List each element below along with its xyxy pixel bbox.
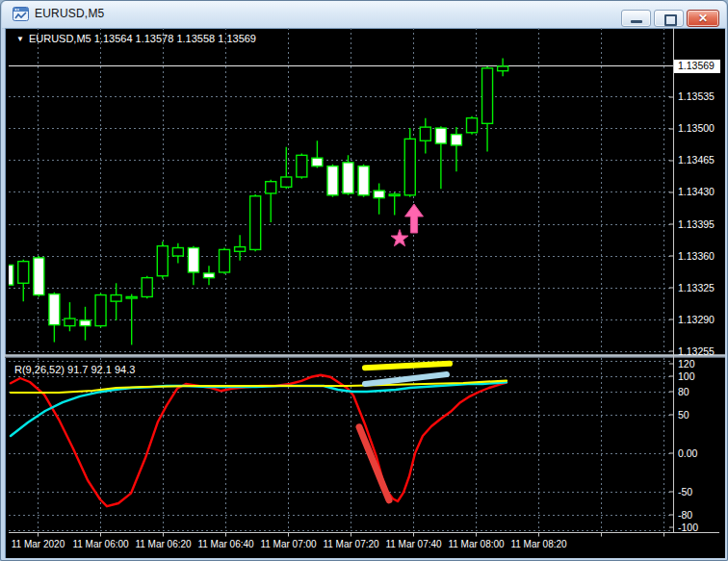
- star-icon: [391, 230, 408, 246]
- time-axis-label: 11 Mar 08:20: [510, 539, 567, 549]
- indicator-axis-label: 0.00: [678, 447, 698, 459]
- current-price-value: 1.13569: [678, 60, 715, 71]
- restore-icon: [664, 14, 677, 26]
- buy-arrow-icon: [405, 204, 424, 233]
- window-controls: ✕: [621, 10, 719, 27]
- indicator-axis-label: -100: [678, 522, 698, 533]
- chart-window: EURUSD,M5 ✕ 1.135351.135001.134651.13430…: [0, 0, 728, 561]
- price-axis-label: 1.13465: [678, 154, 715, 166]
- price-axis[interactable]: 1.135351.135001.134651.134301.133951.133…: [669, 28, 720, 533]
- price-axis-label: 1.13430: [678, 186, 715, 197]
- time-axis-label: 11 Mar 07:00: [260, 539, 317, 549]
- indicator-axis-label: 100: [678, 370, 695, 382]
- indicator-axis-label: 120: [678, 358, 695, 370]
- price-axis-label: 1.13360: [678, 250, 715, 262]
- time-axis-label: 11 Mar 06:00: [72, 539, 129, 549]
- indicator-axis-label: 50: [678, 409, 689, 421]
- price-axis-label: 1.13325: [678, 282, 715, 293]
- indicator-curves: [11, 364, 507, 506]
- window-title: EURUSD,M5: [35, 7, 104, 20]
- indicator-axis-label: -50: [678, 486, 692, 497]
- time-axis-label: 11 Mar 07:20: [323, 539, 379, 549]
- time-axis-label: 11 Mar 06:40: [197, 539, 254, 549]
- price-axis-label: 1.13395: [678, 218, 715, 230]
- price-axis-label: 1.13535: [678, 90, 715, 102]
- thick-lightblue-segment: [365, 374, 447, 384]
- signal-markers: [391, 204, 424, 246]
- minimize-icon: [631, 20, 642, 23]
- indicator-axis-label: 80: [678, 386, 689, 397]
- close-icon: ✕: [688, 12, 718, 25]
- time-axis-label: 11 Mar 08:00: [448, 539, 505, 549]
- minimize-button[interactable]: [621, 10, 651, 27]
- thick-red-segment: [359, 427, 389, 500]
- chart-canvas[interactable]: 1.135351.135001.134651.134301.133951.133…: [5, 28, 725, 558]
- indicator-axis-label: -80: [678, 509, 692, 521]
- chart-app-icon: [13, 7, 29, 22]
- title-bar[interactable]: EURUSD,M5 ✕: [2, 1, 726, 29]
- chart-client-area: 1.135351.135001.134651.134301.133951.133…: [5, 28, 725, 558]
- time-axis-label: 11 Mar 06:20: [135, 539, 192, 549]
- restore-button[interactable]: [654, 10, 684, 27]
- price-axis-label: 1.13255: [678, 345, 715, 357]
- candlesticks: [5, 58, 508, 344]
- price-axis-label: 1.13290: [678, 314, 715, 325]
- price-axis-label: 1.13500: [678, 122, 715, 134]
- grid-lines: [9, 28, 673, 531]
- thick-yellow-segment: [365, 364, 450, 368]
- close-button[interactable]: ✕: [687, 10, 719, 27]
- time-axis-label: 11 Mar 07:40: [385, 539, 442, 549]
- time-axis-label: 11 Mar 2020: [12, 539, 65, 549]
- time-axis[interactable]: 11 Mar 202011 Mar 06:0011 Mar 06:2011 Ma…: [9, 533, 719, 550]
